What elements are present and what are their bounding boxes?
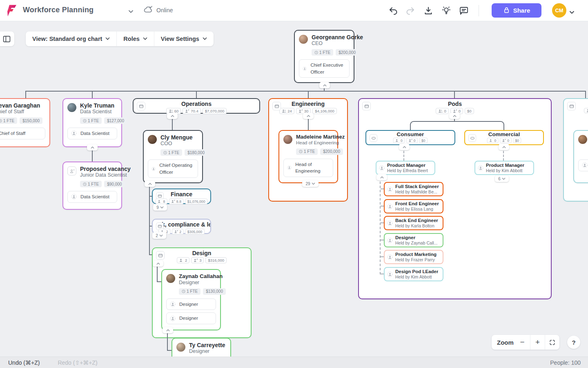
expand-button[interactable] [449, 113, 460, 119]
person-card-kyle[interactable]: Kyle TrumanData Scientist 1 FTE $127,000… [62, 98, 122, 147]
pod-role-front-end[interactable]: Front End EngineerHeld by Elissa Lang [384, 199, 443, 213]
person-fte-icon [185, 109, 189, 113]
app-title: Workforce Planning [23, 6, 94, 14]
salary-badge: $180,000 [185, 149, 207, 156]
share-button[interactable]: Share [492, 3, 541, 18]
redo-icon[interactable] [403, 4, 417, 17]
group-compliance[interactable]: k, compliance & le 2 2 $305,000 [152, 219, 211, 234]
person-card-ceo[interactable]: Georgeanne GorkeCEO 1 FTE $200,000 Chief… [294, 30, 354, 83]
subgroup-commercial[interactable]: Commercial 0 0 $0 [464, 130, 544, 145]
group-finance[interactable]: Finance 8 8.8 $1,076,000 [152, 188, 211, 204]
clock-icon [83, 119, 87, 123]
pod-role-consumer-pm[interactable]: Product ManagerHeld by Elfreda Beert [376, 161, 435, 175]
chevron-down-icon [105, 37, 110, 40]
person-card-kevan[interactable]: Kevan GaraghanChief of Staff 1 FTE $150,… [0, 98, 50, 147]
pod-role-designer[interactable]: DesignerHeld by Zaynab Call... [384, 233, 443, 247]
pod-role-design-pod-leader[interactable]: Design Pod LEaderHeld by Kim Abbott [384, 267, 443, 281]
collapse-icon[interactable] [137, 102, 145, 110]
expand-count-button[interactable]: 6 [495, 175, 509, 182]
pod-role-commercial-pm[interactable]: Product ManagerHeld by Kim Abbott [474, 161, 534, 175]
pod-role-product-marketing[interactable]: Product MarketingHeld by Frazer Parry [384, 250, 443, 264]
role-chip[interactable]: Designer [166, 312, 216, 324]
collapse-icon[interactable] [272, 102, 281, 110]
sidebar-toggle-button[interactable] [0, 31, 14, 46]
undo-label[interactable]: Undo (⌘+Z) [8, 359, 40, 366]
group-operations[interactable]: Operations 60 70.4 $7,070,000 [133, 98, 260, 114]
expand-button[interactable] [319, 82, 330, 88]
role-chip[interactable]: Data Scientist [67, 128, 117, 139]
role-person-icon [170, 301, 176, 307]
connector [149, 184, 150, 255]
person-card-ty[interactable]: Ty CarreyetteDesigner 1 FTE $96,000 [172, 338, 231, 357]
zoom-in-button[interactable]: + [530, 335, 545, 350]
chevron-down-icon [143, 37, 147, 40]
org-canvas[interactable]: View: Standard org chart Roles View Sett… [0, 21, 588, 357]
person-card-madeleine[interactable]: Madeleine MartinezHead of Engineering 1 … [278, 130, 338, 183]
collapse-icon[interactable] [362, 102, 371, 110]
download-icon[interactable] [421, 4, 435, 17]
expand-button[interactable] [153, 260, 163, 267]
role-chip[interactable]: Chief of Staff [0, 128, 45, 139]
zoom-label: Zoom [492, 335, 514, 350]
expand-button[interactable] [163, 327, 173, 333]
subgroup-consumer[interactable]: Consumer 0 0 $0 [365, 130, 455, 145]
connector-dashed [381, 274, 384, 274]
help-button[interactable]: ? [567, 336, 580, 349]
fte-badge: 0 [406, 138, 418, 144]
role-chip[interactable]: Chief Executive Officer [299, 59, 350, 78]
collapse-icon[interactable] [567, 102, 576, 110]
chevron-down-icon [502, 177, 506, 180]
view-dropdown[interactable]: View: Standard org chart [26, 31, 117, 46]
expand-button[interactable] [145, 181, 155, 187]
fte-badge: 1 FTE [0, 117, 17, 124]
zoom-out-button[interactable]: − [514, 335, 530, 350]
pod-role-back-end[interactable]: Back End EngineerHeld by Karla Bolton [384, 216, 443, 230]
role-chip[interactable]: He [578, 159, 588, 171]
ideas-lightbulb-icon[interactable] [439, 4, 453, 17]
role-chip[interactable]: Chief Operating Officer [148, 159, 198, 178]
view-dropdown-label: View: Standard org chart [32, 36, 102, 42]
expand-button[interactable] [376, 174, 387, 180]
clock-icon [83, 182, 87, 186]
panel-icon [3, 35, 11, 43]
fit-screen-button[interactable] [545, 335, 559, 350]
view-settings-label: View Settings [161, 36, 199, 42]
people-icon [282, 109, 286, 113]
account-chevron-icon[interactable] [569, 9, 575, 16]
expand-button[interactable] [167, 113, 178, 119]
expand-button[interactable] [303, 113, 314, 119]
expand-count-button[interactable]: 29 [302, 180, 318, 187]
headcount-badge: 0 [487, 138, 499, 144]
pod-role-full-stack[interactable]: Full Stack EngineerHeld by Mathilde Be..… [384, 182, 443, 196]
role-person-icon [387, 238, 393, 243]
person-card-vacancy[interactable]: Proposed vacancyJunior Data Scientist 1 … [62, 162, 122, 210]
expand-button[interactable] [399, 144, 410, 150]
clock-icon [314, 51, 318, 54]
role-person-icon [287, 165, 292, 171]
file-menu-chevron-icon[interactable] [128, 8, 134, 15]
undo-icon[interactable] [386, 4, 400, 17]
person-card-cly[interactable]: Cly MengueCOO 1 FTE $180,000 Chief Opera… [143, 130, 203, 183]
role-chip[interactable]: Head of Engineering [283, 159, 333, 177]
role-person-icon [379, 165, 385, 171]
user-avatar[interactable]: CM [552, 3, 566, 18]
expand-count-button[interactable]: 9 [153, 204, 167, 211]
expand-count-button[interactable]: 2 [152, 232, 166, 239]
person-fte-icon [298, 109, 303, 113]
connector-dashed [380, 177, 381, 274]
chevron-up-icon [156, 263, 160, 265]
comments-icon[interactable] [457, 4, 471, 17]
person-card-partial-right[interactable]: KerHea 1 F He [573, 130, 588, 183]
expand-button[interactable] [499, 144, 509, 150]
redo-label[interactable]: Redo (⇧+⌘+Z) [58, 359, 97, 366]
roles-dropdown-label: Roles [123, 36, 140, 42]
person-card-zaynab[interactable]: Zaynab CallahanDesigner 1 FTE $130,000 D… [161, 269, 221, 330]
role-chip[interactable]: Designer [166, 298, 216, 310]
roles-dropdown[interactable]: Roles [117, 31, 154, 46]
connector-dashed [381, 240, 384, 240]
role-chip[interactable]: Data Scientist [67, 191, 117, 203]
view-settings-dropdown[interactable]: View Settings [154, 31, 214, 46]
expand-button[interactable] [87, 144, 98, 150]
collapse-icon[interactable] [156, 251, 165, 260]
avatar [148, 135, 157, 144]
